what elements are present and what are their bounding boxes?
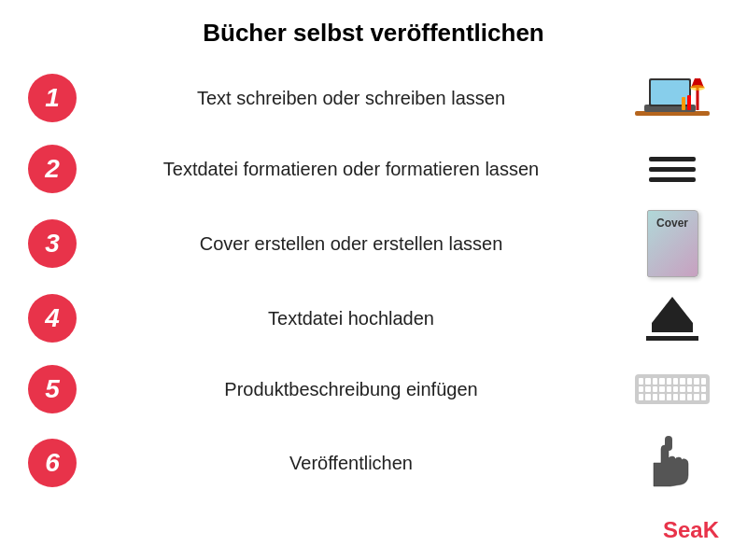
step-row-3: 3 Cover erstellen oder erstellen lassen … [28,206,719,281]
page-title: Bücher selbst veröffentlichen [203,19,544,48]
step-row-2: 2 Textdatei formatieren oder formatieren… [28,135,719,203]
arrow-triangle [652,297,693,323]
step-text-4: Textdatei hochladen [77,306,626,331]
step-row-6: 6 Veröffentlichen [28,427,719,499]
step-number-6: 6 [28,439,77,487]
arrow-body [652,323,693,332]
laptop-svg [630,69,714,127]
logo-text-red: K [703,517,719,542]
step-icon-hand [626,430,719,496]
step-icon-keyboard [626,374,719,404]
step-icon-upload [626,297,719,341]
arrow-base [646,336,698,341]
step-number-2: 2 [28,145,77,193]
hand-pointer-svg [644,430,700,496]
sea-k-logo: SeaK [663,517,719,543]
step-number-3: 3 [28,219,77,268]
step-row-1: 1 Text schreiben oder schreiben lassen [28,64,719,132]
svg-rect-8 [687,95,691,110]
steps-list: 1 Text schreiben oder schreiben lassen [28,64,719,499]
text-lines-icon [649,157,696,182]
line-2 [649,167,696,172]
svg-rect-7 [682,97,685,110]
step-row-5: 5 Produktbeschreibung einfügen [28,356,719,423]
line-1 [649,157,696,161]
main-container: Bücher selbst veröffentlichen 1 Text sch… [0,0,747,560]
step-text-2: Textdatei formatieren oder formatieren l… [77,157,626,182]
step-number-1: 1 [28,74,77,122]
step-text-6: Veröffentlichen [77,451,626,476]
step-text-5: Produktbeschreibung einfügen [77,377,626,402]
cover-book-icon: Cover [647,210,698,277]
step-number-5: 5 [28,365,77,413]
step-icon-lines [626,157,719,182]
step-text-3: Cover erstellen oder erstellen lassen [77,231,626,257]
step-icon-laptop [626,69,719,127]
line-3 [649,177,696,182]
step-number-4: 4 [28,294,77,343]
step-text-1: Text schreiben oder schreiben lassen [77,86,626,111]
keyboard-visual [635,374,710,404]
svg-point-6 [690,85,705,91]
svg-rect-9 [665,436,672,451]
step-icon-cover: Cover [626,210,719,277]
logo-text-black: Sea [663,517,703,542]
upload-arrow-icon [646,297,698,341]
step-row-4: 4 Textdatei hochladen [28,285,719,352]
